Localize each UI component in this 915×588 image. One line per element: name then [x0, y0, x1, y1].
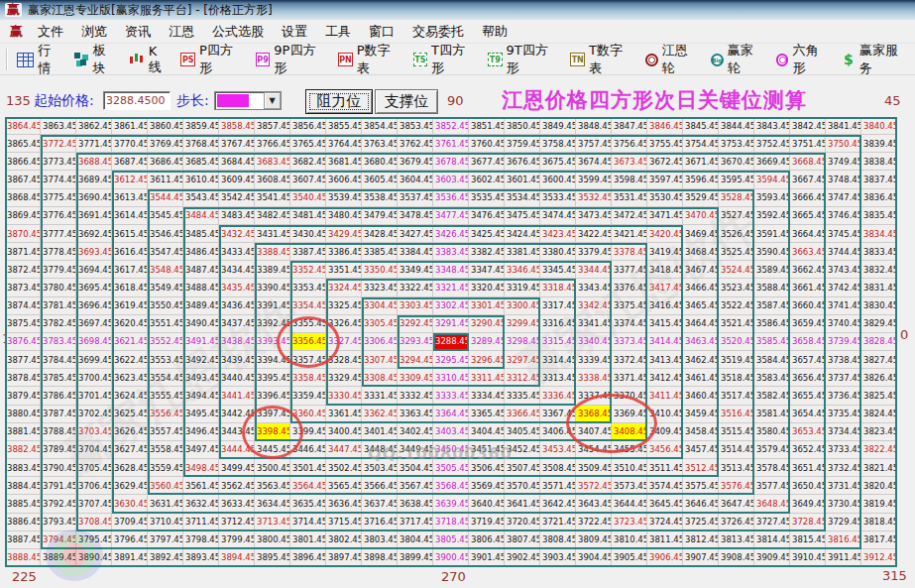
price-cell[interactable]: 3426.45	[433, 225, 469, 243]
price-cell[interactable]: 3802.45	[326, 531, 362, 549]
price-cell[interactable]: 3811.45	[647, 531, 683, 549]
price-cell[interactable]: 3461.45	[683, 369, 719, 387]
price-cell[interactable]: 3856.45	[290, 117, 326, 135]
price-cell[interactable]: 3347.45	[469, 261, 505, 279]
price-cell[interactable]: 3407.45	[576, 423, 612, 441]
price-cell[interactable]: 3699.45	[76, 351, 112, 369]
price-cell[interactable]: 3479.45	[362, 207, 398, 225]
price-cell[interactable]: 3396.45	[255, 387, 290, 405]
price-cell[interactable]: 3676.45	[505, 153, 540, 171]
price-cell[interactable]: 3689.45	[76, 171, 112, 188]
price-cell[interactable]: 3332.45	[398, 387, 433, 405]
price-cell[interactable]: 3448.45	[362, 441, 398, 459]
price-cell[interactable]: 3662.45	[790, 261, 826, 279]
price-cell[interactable]: 3891.45	[112, 549, 148, 567]
price-cell[interactable]: 3582.45	[754, 387, 790, 405]
price-cell[interactable]: 3644.45	[612, 495, 647, 513]
price-cell[interactable]: 3608.45	[255, 171, 290, 188]
price-cell[interactable]: 3491.45	[183, 333, 219, 351]
price-cell[interactable]: 3767.45	[219, 135, 255, 153]
price-cell[interactable]: 3813.45	[719, 531, 754, 549]
start-price-input[interactable]	[103, 91, 171, 110]
toolbar-hexagon[interactable]: 六角形	[770, 47, 836, 72]
price-cell[interactable]: 3846.45	[647, 117, 683, 135]
price-cell[interactable]: 3744.45	[826, 243, 861, 261]
price-cell[interactable]: 3346.45	[505, 261, 540, 279]
price-cell[interactable]: 3449.45	[398, 441, 433, 459]
price-cell[interactable]: 3819.45	[861, 495, 897, 513]
price-cell[interactable]: 3807.45	[505, 531, 540, 549]
menu-item-7[interactable]: 窗口	[360, 21, 403, 43]
price-cell[interactable]: 3606.45	[326, 171, 362, 188]
price-cell[interactable]: 3568.45	[433, 477, 469, 495]
price-cell[interactable]: 3786.45	[41, 387, 76, 405]
price-cell[interactable]: 3348.45	[433, 261, 469, 279]
price-cell[interactable]: 3494.45	[183, 387, 219, 405]
price-cell[interactable]: 3842.45	[790, 117, 826, 135]
price-cell[interactable]: 3898.45	[362, 549, 398, 567]
price-cell[interactable]: 3483.45	[219, 207, 255, 225]
toolbar-p-square[interactable]: PSP四方形	[174, 47, 249, 72]
price-cell[interactable]: 3857.45	[255, 117, 290, 135]
price-cell[interactable]: 3513.45	[719, 459, 754, 477]
price-cell[interactable]: 3635.45	[290, 495, 326, 513]
price-cell[interactable]: 3293.45	[398, 333, 433, 351]
price-cell[interactable]: 3388.45	[255, 243, 290, 261]
price-cell[interactable]: 3623.45	[112, 369, 148, 387]
price-cell[interactable]: 3848.45	[576, 117, 612, 135]
price-cell[interactable]: 3485.45	[183, 225, 219, 243]
price-cell[interactable]: 3418.45	[647, 261, 683, 279]
price-cell[interactable]: 3750.45	[826, 135, 861, 153]
price-cell[interactable]: 3674.45	[576, 153, 612, 171]
price-cell[interactable]: 3399.45	[290, 423, 326, 441]
price-cell[interactable]: 3866.45	[5, 153, 41, 171]
price-cell[interactable]: 3381.45	[505, 243, 540, 261]
price-cell[interactable]: 3873.45	[5, 279, 41, 296]
toolbar-sectors[interactable]: 板块	[68, 47, 123, 72]
price-cell[interactable]: 3395.45	[255, 369, 290, 387]
price-cell[interactable]: 3764.45	[326, 135, 362, 153]
price-cell[interactable]: 3721.45	[540, 514, 576, 531]
price-cell[interactable]: 3383.45	[433, 243, 469, 261]
price-cell[interactable]: 3456.45	[647, 441, 683, 459]
price-cell[interactable]: 3340.45	[576, 333, 612, 351]
price-cell[interactable]: 3711.45	[183, 514, 219, 531]
price-cell[interactable]: 3839.45	[861, 135, 897, 153]
price-cell[interactable]: 3443.45	[219, 423, 255, 441]
price-cell[interactable]: 3546.45	[148, 225, 183, 243]
price-cell[interactable]: 3538.45	[362, 189, 398, 207]
toolbar-winner-service[interactable]: $赢家服务	[836, 47, 915, 72]
price-cell[interactable]: 3702.45	[76, 406, 112, 423]
price-cell[interactable]: 3532.45	[576, 189, 612, 207]
menu-item-5[interactable]: 设置	[273, 21, 316, 43]
price-cell[interactable]: 3710.45	[148, 514, 183, 531]
price-cell[interactable]: 3510.45	[612, 459, 647, 477]
price-cell[interactable]: 3896.45	[290, 549, 326, 567]
price-cell[interactable]: 3622.45	[112, 351, 148, 369]
price-cell[interactable]: 3851.45	[469, 117, 505, 135]
price-cell[interactable]: 3592.45	[754, 207, 790, 225]
price-cell[interactable]: 3843.45	[754, 117, 790, 135]
price-cell[interactable]: 3673.45	[612, 153, 647, 171]
price-cell[interactable]: 3686.45	[148, 153, 183, 171]
price-cell[interactable]: 3886.45	[5, 514, 41, 531]
price-cell[interactable]: 3632.45	[183, 495, 219, 513]
price-cell[interactable]: 3373.45	[612, 333, 647, 351]
price-cell[interactable]: 3322.45	[398, 279, 433, 296]
price-cell[interactable]: 3860.45	[148, 117, 183, 135]
price-cell[interactable]: 3903.45	[540, 549, 576, 567]
price-cell[interactable]: 3460.45	[683, 387, 719, 405]
toolbar-t-number-table[interactable]: TNT数字表	[564, 47, 638, 72]
price-cell[interactable]: 3607.45	[290, 171, 326, 188]
price-cell[interactable]: 3321.45	[433, 279, 469, 296]
price-cell[interactable]: 3693.45	[76, 243, 112, 261]
price-cell[interactable]: 3618.45	[112, 279, 148, 296]
price-cell[interactable]: 3377.45	[612, 261, 647, 279]
toolbar-9p-square[interactable]: P99P四方形	[250, 47, 332, 72]
price-cell[interactable]: 3517.45	[719, 387, 754, 405]
price-cell[interactable]: 3670.45	[719, 153, 754, 171]
price-cell[interactable]: 3822.45	[861, 441, 897, 459]
price-cell[interactable]: 3307.45	[362, 351, 398, 369]
price-cell[interactable]: 3457.45	[683, 441, 719, 459]
price-cell[interactable]: 3841.45	[826, 117, 861, 135]
